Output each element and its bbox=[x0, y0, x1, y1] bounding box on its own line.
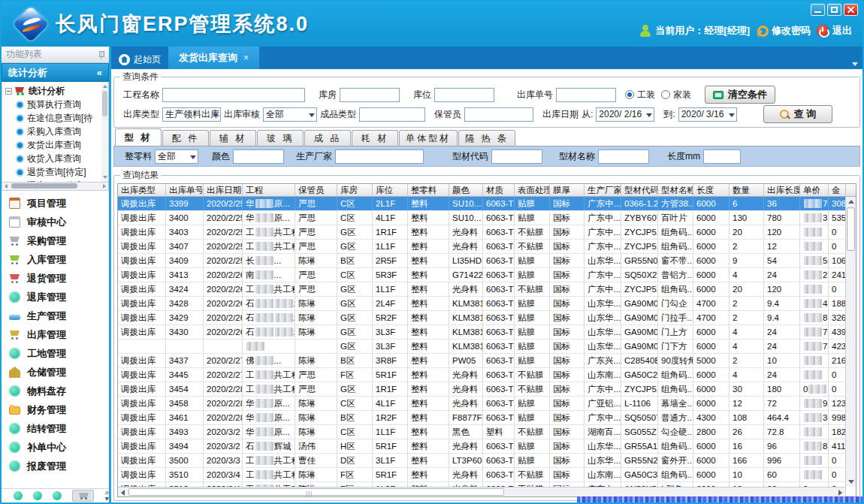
search-button[interactable]: 查 询 bbox=[763, 105, 832, 123]
nav-dot-icon[interactable] bbox=[53, 491, 62, 500]
column-header-17[interactable]: 出库长度 bbox=[764, 184, 800, 196]
sidebar-item-2[interactable]: 采购管理 bbox=[2, 231, 109, 250]
radio-home-decoration[interactable]: 家装 bbox=[661, 89, 691, 101]
table-row-2[interactable]: 调拨出库34032020/2/25工共工程严思G区1R1F整料光身料6063-T… bbox=[118, 225, 856, 240]
out-type-select[interactable]: 生产领料出库 bbox=[162, 107, 221, 122]
material-tab-7[interactable]: 隔 热 条 bbox=[458, 130, 515, 146]
tab-home[interactable]: 起始页 bbox=[111, 50, 168, 69]
tree-horizontal-scrollbar[interactable] bbox=[2, 183, 109, 191]
column-header-18[interactable]: 单价 bbox=[800, 184, 829, 196]
sidebar-item-6[interactable]: 生产管理 bbox=[2, 306, 109, 325]
table-row-17[interactable]: 调拨出库34942020/3/2石辉城汤伟H区5R1F整料光身料6063-T5贴… bbox=[118, 439, 856, 454]
sidebar-item-12[interactable]: 结转管理 bbox=[2, 419, 109, 438]
material-tab-6[interactable]: 单体型材 bbox=[399, 130, 458, 146]
date-from-select[interactable]: 2020/ 2/16 bbox=[596, 107, 654, 122]
tree-expander-icon[interactable] bbox=[5, 88, 12, 95]
column-header-19[interactable]: 金 bbox=[829, 184, 846, 196]
table-row-9[interactable]: 调拨出库34302020/2/26石城陈琳G区3L3F整料KLM38176063… bbox=[118, 325, 856, 340]
column-header-14[interactable]: 型材名称 bbox=[658, 184, 693, 196]
table-row-14[interactable]: 调拨出库34582020/2/28华原...陈琳C区4L1F整料光身料6063-… bbox=[118, 397, 856, 411]
location-input[interactable] bbox=[434, 88, 494, 102]
table-row-16[interactable]: 调拨出库34932020/3/2华原...陈琳C区1L1F整料黑色塑料不贴膜国标… bbox=[118, 425, 856, 439]
date-to-select[interactable]: 2020/ 3/16 bbox=[678, 107, 737, 122]
column-header-16[interactable]: 数量 bbox=[730, 184, 764, 196]
radio-work-clothing[interactable]: 工装 bbox=[625, 89, 655, 101]
sidebar-item-8[interactable]: 工地管理 bbox=[2, 344, 109, 363]
table-row-7[interactable]: 调拨出库34282020/2/26石城陈琳G区2L4F整料KLM38176063… bbox=[118, 297, 856, 311]
order-no-input[interactable] bbox=[556, 88, 616, 102]
tree-item-3[interactable]: 发货出库查询 bbox=[5, 138, 107, 152]
column-header-8[interactable]: 颜色 bbox=[449, 184, 483, 196]
column-header-3[interactable]: 工程 bbox=[243, 184, 295, 196]
sidebar-item-1[interactable]: 审核中心 bbox=[2, 213, 109, 231]
table-row-12[interactable]: 调拨出库34452020/2/27工共工程严思F区5R1F整料光身料6063-T… bbox=[118, 368, 856, 382]
material-tab-3[interactable]: 玻 璃 bbox=[257, 130, 304, 146]
warehouse-input[interactable] bbox=[340, 88, 400, 102]
keeper-input[interactable] bbox=[464, 107, 533, 122]
sidebar-item-10[interactable]: 物料盘存 bbox=[2, 382, 109, 400]
column-header-0[interactable]: 出库类型 bbox=[118, 184, 166, 196]
column-header-1[interactable]: 出库单号 bbox=[166, 184, 204, 196]
table-row-1[interactable]: 调拨出库34002020/2/25华原...严思C区4L1F整料SU10...6… bbox=[118, 211, 856, 225]
column-header-10[interactable]: 表面处理 bbox=[515, 184, 550, 196]
color-input[interactable] bbox=[233, 149, 284, 164]
column-header-12[interactable]: 生产厂家 bbox=[585, 184, 621, 196]
material-tab-4[interactable]: 成 品 bbox=[304, 130, 351, 146]
logout-button[interactable]: 退出 bbox=[817, 24, 852, 38]
table-row-11[interactable]: 调拨出库34372020/2/27佛...陈琳B区3R8F整料PW056063-… bbox=[118, 354, 856, 368]
collapse-icon[interactable]: « bbox=[97, 67, 102, 78]
clear-conditions-button[interactable]: 清空条件 bbox=[705, 86, 775, 104]
column-header-6[interactable]: 库位 bbox=[373, 184, 408, 196]
sidebar-item-11[interactable]: 财务管理 bbox=[2, 400, 109, 419]
material-tab-1[interactable]: 配 件 bbox=[162, 130, 209, 146]
table-row-3[interactable]: 调拨出库34072020/2/25工共工程严思G区1L1F整料光身料6063-T… bbox=[118, 240, 856, 254]
pin-icon[interactable] bbox=[97, 50, 104, 59]
nav-dot-icon[interactable] bbox=[14, 491, 23, 500]
stats-section-header[interactable]: 统计分析 « bbox=[2, 63, 109, 82]
column-header-15[interactable]: 长度 bbox=[693, 184, 730, 196]
table-row-10[interactable]: G区3L3F整料KLM38176063-T5贴膜国标山东华...GA90M09.… bbox=[118, 340, 856, 354]
manufacturer-input[interactable] bbox=[335, 149, 424, 164]
more-options-button[interactable]: »▾ bbox=[104, 490, 109, 502]
tree-item-5[interactable]: 退货查询[待定] bbox=[5, 165, 107, 179]
tree-root-item[interactable]: 统计分析 bbox=[5, 84, 107, 98]
material-tab-5[interactable]: 耗 材 bbox=[352, 130, 398, 146]
table-row-8[interactable]: 调拨出库34292020/2/26石城陈琳G区5R2F整料KLM38176063… bbox=[118, 311, 856, 325]
nav-dot-icon[interactable] bbox=[33, 491, 42, 500]
whole-piece-select[interactable]: 全部 bbox=[155, 149, 198, 164]
product-type-input[interactable] bbox=[359, 107, 425, 122]
table-row-5[interactable]: 调拨出库34132020/2/26南...严思C区5R3F整料G71422606… bbox=[118, 268, 856, 282]
grid-vertical-scrollbar[interactable] bbox=[845, 197, 856, 487]
minimize-button[interactable] bbox=[811, 4, 825, 16]
table-row-13[interactable]: 调拨出库34542020/2/28工共工程严思G区1R1F整料光身料6063-T… bbox=[118, 382, 856, 397]
tree-item-1[interactable]: 在途信息查询[待 bbox=[5, 111, 107, 125]
tree-vertical-scrollbar[interactable] bbox=[101, 82, 108, 182]
table-row-4[interactable]: 调拨出库34092020/2/25长...陈琳B区2R5F整料LI35HD606… bbox=[118, 254, 856, 268]
material-tab-2[interactable]: 辅 材 bbox=[210, 130, 256, 146]
table-row-15[interactable]: 调拨出库34612020/2/28华原...陈琳B区1R2F整料F8877FT6… bbox=[118, 411, 856, 425]
profile-name-input[interactable] bbox=[598, 149, 649, 164]
column-header-5[interactable]: 库房 bbox=[337, 184, 373, 196]
sidebar-item-7[interactable]: 出库管理 bbox=[2, 325, 109, 344]
profile-code-input[interactable] bbox=[491, 149, 542, 164]
column-header-2[interactable]: 出库日期 bbox=[204, 184, 243, 196]
tree-item-0[interactable]: 预算执行查询 bbox=[5, 98, 107, 111]
sidebar-item-5[interactable]: 退库管理 bbox=[2, 288, 109, 306]
tabstrip-dropdown-icon[interactable] bbox=[852, 62, 858, 66]
tree-item-4[interactable]: 收货入库查询 bbox=[5, 152, 107, 165]
table-row-19[interactable]: 调拨出库35102020/3/4工共工程陈琳F区5R1F整料光身料6063-T5… bbox=[118, 468, 856, 482]
sidebar-item-9[interactable]: 仓储管理 bbox=[2, 363, 109, 382]
length-input[interactable] bbox=[703, 149, 741, 164]
table-row-0[interactable]: 调拨出库33992020/2/25华原...严思C区2L1F整料SU10...6… bbox=[118, 197, 856, 211]
grid-horizontal-scrollbar[interactable]: ||| bbox=[118, 487, 845, 496]
sidebar-item-13[interactable]: 补单中心 bbox=[2, 438, 109, 457]
tab-close-icon[interactable]: × bbox=[243, 53, 249, 63]
change-password-button[interactable]: 修改密码 bbox=[756, 24, 811, 38]
column-header-13[interactable]: 型材代码 bbox=[621, 184, 658, 196]
column-header-4[interactable]: 保管员 bbox=[295, 184, 337, 196]
project-name-input[interactable] bbox=[162, 88, 305, 102]
column-header-9[interactable]: 材质 bbox=[483, 184, 515, 196]
sidebar-item-3[interactable]: 入库管理 bbox=[2, 250, 109, 269]
sidebar-item-0[interactable]: 项目管理 bbox=[2, 194, 109, 213]
tree-item-2[interactable]: 采购入库查询 bbox=[5, 125, 107, 138]
